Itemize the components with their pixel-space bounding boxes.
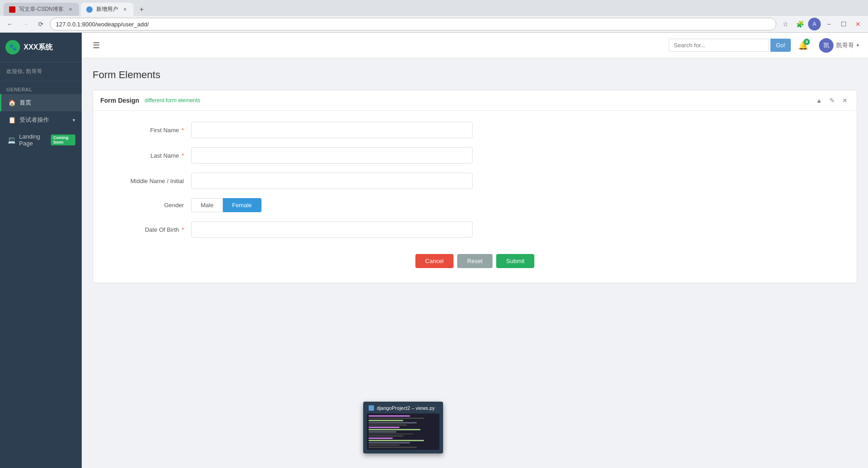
landing-icon: 💻 <box>8 136 15 144</box>
browser-chrome: 写文章-CSDN博客 ✕ 新增用户 ✕ + ← → ⟳ ☆ 🧩 A − ☐ ✕ <box>0 0 868 33</box>
taskbar-preview-title-text: djangoProject2 – views.py <box>377 405 435 411</box>
dob-row: Date Of Birth * <box>100 221 849 238</box>
tab-csdn[interactable]: 写文章-CSDN博客 ✕ <box>4 3 79 16</box>
code-line <box>369 440 424 441</box>
middle-name-input[interactable] <box>191 173 473 189</box>
code-line <box>369 427 399 428</box>
code-line <box>369 447 417 448</box>
profile-icon: A <box>808 18 821 30</box>
gender-female-button[interactable]: Female <box>223 198 261 212</box>
sidebar-item-landing-label: Landing Page <box>19 133 46 147</box>
first-name-row: First Name * <box>100 122 849 138</box>
taskbar-preview-thumb[interactable] <box>367 413 439 450</box>
cancel-button[interactable]: Cancel <box>415 254 454 268</box>
tab-csdn-close[interactable]: ✕ <box>67 6 74 13</box>
sidebar-item-exam-ops[interactable]: 📋 受试者操作 ▾ <box>0 111 82 129</box>
taskbar-preview-title: djangoProject2 – views.py <box>367 405 439 413</box>
new-user-favicon <box>86 6 93 13</box>
search-button[interactable]: Go! <box>770 39 791 52</box>
first-name-input[interactable] <box>191 122 473 138</box>
first-name-label: First Name * <box>100 127 191 134</box>
code-line <box>369 424 407 426</box>
back-button[interactable]: ← <box>4 18 16 30</box>
bell-button[interactable]: 🔔 9 <box>798 40 808 50</box>
avatar: 凯 <box>819 38 833 53</box>
card-header-actions: ▲ ✎ ✕ <box>814 96 849 105</box>
dob-input[interactable] <box>191 221 473 238</box>
code-line <box>369 435 403 437</box>
logo-text: XXX系统 <box>24 43 53 52</box>
card-collapse-button[interactable]: ▲ <box>814 96 824 105</box>
code-line <box>369 418 424 419</box>
dob-required: * <box>180 226 184 233</box>
code-line <box>369 444 399 446</box>
address-bar: ← → ⟳ ☆ 🧩 A − ☐ ✕ <box>0 16 868 32</box>
browser-icons: ☆ 🧩 A − ☐ ✕ <box>779 18 864 30</box>
maximize-button[interactable]: ☐ <box>837 18 850 30</box>
form-card: Form Design different form elements ▲ ✎ … <box>93 90 857 283</box>
minimize-button[interactable]: − <box>823 18 835 30</box>
submit-button[interactable]: Submit <box>496 254 534 268</box>
gender-male-button[interactable]: Male <box>191 198 223 212</box>
card-subtitle: different form elements <box>145 97 201 104</box>
code-line <box>369 415 410 417</box>
taskbar-preview: djangoProject2 – views.py <box>363 402 443 453</box>
reset-button[interactable]: Reset <box>457 254 493 268</box>
sidebar-item-home[interactable]: 🏠 首页 <box>0 94 82 111</box>
new-tab-button[interactable]: + <box>135 3 148 16</box>
sidebar-item-exam-ops-label: 受试者操作 <box>20 116 49 124</box>
chevron-down-icon: ▾ <box>73 117 75 123</box>
sidebar-logo: 🐾 XXX系统 <box>0 33 82 62</box>
gender-row: Gender Male Female <box>100 198 849 212</box>
top-header: ☰ Go! 🔔 9 凯 凯哥哥 ▾ <box>82 33 868 58</box>
header-search: Go! <box>669 39 791 52</box>
code-line <box>369 442 410 443</box>
user-name: 凯哥哥 <box>836 41 854 50</box>
middle-name-row: Middle Name / Initial <box>100 173 849 189</box>
tab-new-user-close[interactable]: ✕ <box>122 6 128 13</box>
gender-group: Male Female <box>191 198 261 212</box>
last-name-label: Last Name * <box>100 152 191 159</box>
tab-new-user[interactable]: 新增用户 ✕ <box>81 3 133 16</box>
reload-button[interactable]: ⟳ <box>35 18 47 30</box>
exam-ops-icon: 📋 <box>8 116 16 124</box>
url-bar[interactable] <box>50 18 776 30</box>
tab-csdn-label: 写文章-CSDN博客 <box>19 5 64 13</box>
card-edit-button[interactable]: ✎ <box>828 96 837 105</box>
tab-bar: 写文章-CSDN博客 ✕ 新增用户 ✕ + <box>0 0 868 16</box>
bell-badge: 9 <box>804 39 810 45</box>
main-content: ☰ Go! 🔔 9 凯 凯哥哥 ▾ Form Elements Form <box>82 33 868 468</box>
middle-name-label: Middle Name / Initial <box>100 178 191 184</box>
code-line <box>369 429 420 430</box>
page-content: Form Elements Form Design different form… <box>82 58 868 468</box>
code-line <box>369 438 393 439</box>
csdn-favicon <box>9 6 15 13</box>
close-button[interactable]: ✕ <box>852 18 864 30</box>
dob-label: Date Of Birth * <box>100 226 191 233</box>
last-name-row: Last Name * <box>100 147 849 164</box>
editor-icon <box>369 405 374 411</box>
profile-button[interactable]: A <box>808 18 821 30</box>
code-line <box>369 422 417 423</box>
home-icon: 🏠 <box>8 99 16 106</box>
code-line <box>369 420 403 421</box>
logo-icon: 🐾 <box>5 40 20 55</box>
last-name-required: * <box>180 152 184 159</box>
header-user[interactable]: 凯 凯哥哥 ▾ <box>819 38 859 53</box>
bookmark-button[interactable]: ☆ <box>779 18 792 30</box>
search-input[interactable] <box>669 39 769 52</box>
first-name-required: * <box>180 127 184 134</box>
extension-button[interactable]: 🧩 <box>794 18 806 30</box>
card-header: Form Design different form elements ▲ ✎ … <box>93 90 857 111</box>
card-close-button[interactable]: ✕ <box>840 96 849 105</box>
sidebar: 🐾 XXX系统 欢迎你, 凯哥哥 GENERAL 🏠 首页 📋 受试者操作 ▾ … <box>0 33 82 468</box>
last-name-input[interactable] <box>191 147 473 164</box>
coming-soon-badge: Coming Soon <box>51 134 75 145</box>
sidebar-item-landing[interactable]: 💻 Landing Page Coming Soon <box>0 129 82 151</box>
code-line <box>369 433 414 435</box>
page-title: Form Elements <box>93 69 857 81</box>
sidebar-section-label: GENERAL <box>0 81 82 94</box>
sidebar-welcome: 欢迎你, 凯哥哥 <box>0 62 82 81</box>
forward-button[interactable]: → <box>19 18 32 30</box>
hamburger-button[interactable]: ☰ <box>91 39 102 52</box>
